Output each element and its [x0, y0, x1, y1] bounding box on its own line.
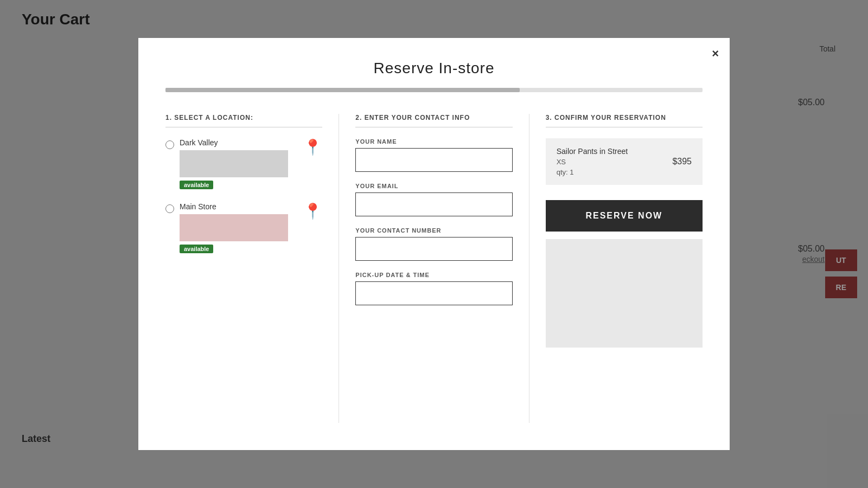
confirm-placeholder [546, 239, 703, 348]
section-confirm: 3. CONFIRM YOUR RESERVATION Sailor Pants… [529, 114, 703, 423]
location-name-main-store: Main Store [180, 202, 292, 211]
input-pickup[interactable] [355, 281, 512, 305]
form-group-name: YOUR NAME [355, 138, 512, 172]
modal-overlay: × Reserve In-store 1. SELECT A LOCATION:… [0, 0, 868, 488]
form-group-contact: YOUR CONTACT NUMBER [355, 227, 512, 261]
map-pin-main-store: 📍 [303, 202, 322, 220]
label-name: YOUR NAME [355, 138, 512, 145]
location-details-dark-valley: Dark Valley available [180, 138, 292, 189]
section-contact: 2. ENTER YOUR CONTACT INFO YOUR NAME YOU… [339, 114, 529, 423]
location-item-main-store: Main Store available 📍 [165, 202, 322, 253]
section1-title: 1. SELECT A LOCATION: [165, 114, 322, 127]
label-contact: YOUR CONTACT NUMBER [355, 227, 512, 234]
section3-title: 3. CONFIRM YOUR RESERVATION [546, 114, 703, 127]
spacer [546, 192, 703, 200]
radio-dark-valley[interactable] [165, 140, 174, 149]
modal-title: Reserve In-store [165, 60, 703, 77]
map-placeholder-main-store [180, 214, 288, 241]
order-item-info: Sailor Pants in Street XS qty: 1 [557, 147, 628, 176]
reserve-now-button[interactable]: RESERVE NOW [546, 200, 703, 232]
availability-badge-dark-valley: available [180, 181, 213, 189]
label-pickup: PICK-UP DATE & TIME [355, 272, 512, 278]
modal-sections: 1. SELECT A LOCATION: Dark Valley availa… [165, 114, 703, 423]
form-group-pickup: PICK-UP DATE & TIME [355, 272, 512, 305]
close-button[interactable]: × [712, 47, 719, 61]
section2-title: 2. ENTER YOUR CONTACT INFO [355, 114, 512, 127]
input-email[interactable] [355, 192, 512, 216]
input-contact[interactable] [355, 237, 512, 261]
progress-bar [165, 88, 703, 92]
order-item-price: $395 [672, 157, 692, 166]
progress-bar-fill [165, 88, 520, 92]
order-item-size: XS [557, 158, 628, 166]
availability-badge-main-store: available [180, 245, 213, 253]
order-summary-box: Sailor Pants in Street XS qty: 1 $395 [546, 138, 703, 185]
map-pin-dark-valley: 📍 [303, 138, 322, 156]
reserve-instore-modal: × Reserve In-store 1. SELECT A LOCATION:… [138, 38, 730, 450]
label-email: YOUR EMAIL [355, 183, 512, 189]
location-details-main-store: Main Store available [180, 202, 292, 253]
order-item-qty: qty: 1 [557, 168, 628, 176]
order-item-name: Sailor Pants in Street [557, 147, 628, 156]
map-placeholder-dark-valley [180, 150, 288, 177]
input-name[interactable] [355, 148, 512, 172]
location-item-dark-valley: Dark Valley available 📍 [165, 138, 322, 189]
radio-main-store[interactable] [165, 204, 174, 213]
section-location: 1. SELECT A LOCATION: Dark Valley availa… [165, 114, 339, 423]
form-group-email: YOUR EMAIL [355, 183, 512, 216]
location-name-dark-valley: Dark Valley [180, 138, 292, 147]
